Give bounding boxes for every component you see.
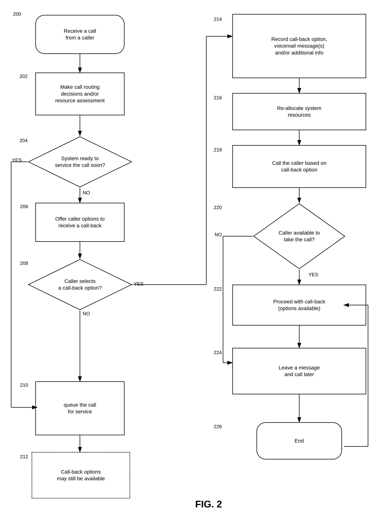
node-224: Leave a messageand call later	[232, 348, 366, 394]
flowchart-diagram: 200 Receive a callfrom a caller 202 Make…	[0, 0, 392, 532]
node-226: End	[257, 422, 342, 460]
node-210-label: queue the callfor service	[64, 402, 96, 415]
node-220-label: Caller available totake the call?	[279, 229, 320, 243]
node-206-label: Offer caller options toreceive a call-ba…	[55, 216, 105, 229]
node-204: System ready toservice the call soon?	[28, 136, 132, 188]
node-200: Receive a callfrom a caller	[35, 15, 125, 54]
node-208: Caller selectsa call-back option?	[28, 259, 132, 311]
ref-208: 208	[20, 261, 28, 266]
node-200-label: Receive a callfrom a caller	[64, 28, 96, 41]
ref-220: 220	[214, 205, 222, 210]
node-216-label: Re-allocate systemresources	[277, 105, 321, 119]
node-202-label: Make call routingdecisions and/orresourc…	[55, 84, 105, 104]
node-226-label: End	[295, 437, 304, 444]
node-214: Record call-back option,voicemail messag…	[232, 14, 366, 78]
ref-206: 206	[20, 204, 28, 209]
ref-218: 218	[214, 147, 222, 153]
ref-224: 224	[214, 350, 222, 356]
ref-216: 216	[214, 95, 222, 101]
ref-226: 226	[214, 424, 222, 429]
node-218: Call the caller based oncall-back option	[232, 145, 366, 188]
node-204-yes-label: YES	[12, 157, 22, 163]
node-224-label: Leave a messageand call later	[279, 364, 320, 378]
ref-222: 222	[214, 286, 222, 292]
node-212-label: Call-back optionsmay still be available	[57, 469, 105, 482]
node-222: Proceed with call-back(options available…	[232, 285, 366, 326]
node-206: Offer caller options toreceive a call-ba…	[35, 203, 125, 242]
node-202: Make call routingdecisions and/orresourc…	[35, 72, 125, 115]
node-208-yes-label: YES	[134, 281, 144, 287]
node-208-no-label: NO	[83, 311, 90, 317]
node-214-label: Record call-back option,voicemail messag…	[271, 36, 327, 56]
node-210: queue the callfor service	[35, 381, 125, 435]
node-204-no-label: NO	[83, 190, 90, 196]
node-220: Caller available totake the call?	[253, 203, 346, 270]
ref-210: 210	[20, 382, 28, 388]
node-220-no-label: NO	[215, 232, 222, 238]
node-204-label: System ready toservice the call soon?	[55, 155, 105, 169]
node-216: Re-allocate systemresources	[232, 93, 366, 130]
ref-200: 200	[13, 11, 21, 17]
ref-202: 202	[19, 73, 28, 79]
node-212: Call-back optionsmay still be available	[32, 452, 130, 499]
ref-212: 212	[20, 454, 28, 460]
figure-label: FIG. 2	[195, 499, 222, 510]
ref-214: 214	[214, 16, 222, 22]
node-220-yes-label: YES	[308, 271, 318, 278]
node-208-label: Caller selectsa call-back option?	[58, 278, 102, 291]
ref-204: 204	[19, 138, 28, 143]
node-222-label: Proceed with call-back(options available…	[273, 298, 325, 312]
node-218-label: Call the caller based oncall-back option	[272, 160, 327, 173]
